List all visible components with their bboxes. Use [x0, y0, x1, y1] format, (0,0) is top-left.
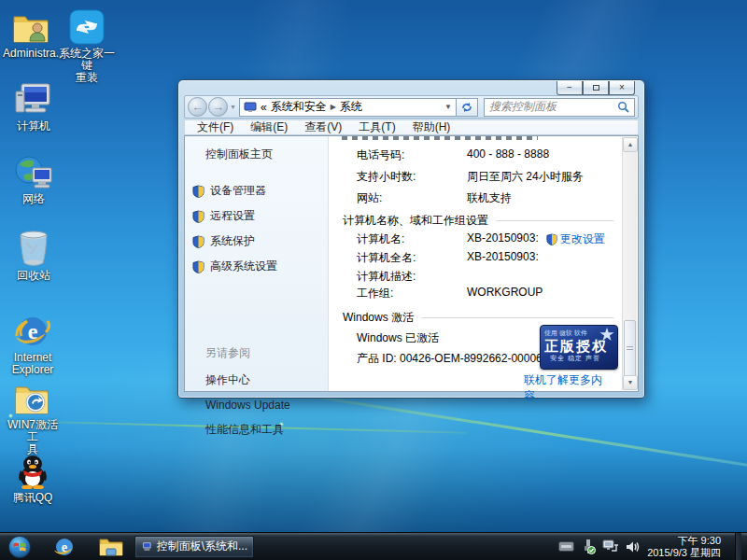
breadcrumb-collapsed[interactable]: «	[261, 101, 267, 114]
online-support-link[interactable]: 联机支持	[467, 190, 512, 206]
desktop-icon-label: 网络	[5, 193, 63, 205]
desktop-icon-syshome[interactable]: 系统之家一键 重装	[58, 7, 116, 84]
network-status-icon[interactable]	[602, 539, 619, 553]
system-control-panel-window: − × ← → ▼ « 系统和安全 ▶ 系统 ▼ 搜索控制	[177, 79, 645, 399]
computer-fullname-label: 计算机全名:	[357, 250, 467, 266]
desktop-icon-win7-tool[interactable]: WIN7激活工 具	[4, 379, 62, 455]
internet-explorer-icon: e	[53, 536, 76, 558]
desktop-icon-label: 腾讯QQ	[4, 492, 62, 504]
genuine-star-icon	[599, 328, 614, 343]
search-placeholder: 搜索控制面板	[489, 99, 617, 115]
desktop-icon-label: WIN7激活工	[4, 419, 62, 443]
genuine-software-badge[interactable]: 使用 微软 软件 正版授权 安全 稳定 声誉	[540, 325, 618, 370]
uac-shield-icon	[192, 235, 204, 248]
computer-fullname-value: XB-20150903:	[467, 250, 539, 266]
menu-edit[interactable]: 编辑(E)	[242, 119, 296, 135]
taskbar-ie-icon[interactable]: e	[49, 534, 80, 560]
breadcrumb-system[interactable]: 系统	[340, 99, 362, 115]
system-tray: 下午 9:30 2015/9/3 星期四	[558, 533, 747, 560]
taskbar-clock[interactable]: 下午 9:30 2015/9/3 星期四	[647, 535, 728, 559]
breadcrumb-system-security[interactable]: 系统和安全	[271, 99, 327, 115]
change-settings-link[interactable]: 更改设置	[546, 231, 605, 247]
learn-more-online-link[interactable]: 联机了解更多内容...	[524, 372, 613, 404]
sidebar-item-device-manager[interactable]: 设备管理器	[192, 183, 328, 199]
menu-view[interactable]: 查看(V)	[296, 119, 350, 135]
phone-label: 电话号码:	[357, 147, 467, 163]
sidebar-item-windows-update[interactable]: Windows Update	[205, 399, 328, 412]
taskbar: e 控制面板\系统和...	[0, 532, 747, 560]
uac-shield-icon	[192, 185, 204, 198]
recycle-bin-icon	[5, 230, 63, 267]
uac-shield-icon	[192, 260, 204, 273]
sidebar-item-action-center[interactable]: 操作中心	[205, 372, 328, 388]
wallpaper-streak	[283, 390, 747, 475]
desktop-icon-internet-explorer[interactable]: e Internet Explorer	[4, 312, 62, 376]
scroll-down-button[interactable]: ▼	[623, 375, 638, 390]
start-button[interactable]	[4, 534, 35, 560]
desktop-icon-qq[interactable]: 腾讯QQ	[4, 452, 62, 504]
sidebar-item-label: 系统保护	[210, 233, 255, 249]
computer-description-row: 计算机描述:	[357, 269, 613, 285]
desktop-icon-administrator[interactable]: Administra...	[3, 7, 61, 60]
location-icon	[244, 102, 257, 113]
sidebar-item-advanced-system-settings[interactable]: 高级系统设置	[192, 259, 328, 274]
show-desktop-button[interactable]	[735, 533, 741, 560]
menu-tools[interactable]: 工具(T)	[350, 119, 403, 135]
recent-pages-dropdown[interactable]: ▼	[230, 104, 236, 110]
qq-penguin-icon	[4, 452, 62, 489]
windows-start-orb-icon	[7, 535, 32, 559]
uac-shield-icon	[192, 210, 204, 223]
desktop-icon-label: 重装	[58, 72, 116, 84]
menu-bar: 文件(F) 编辑(E) 查看(V) 工具(T) 帮助(H)	[184, 119, 639, 135]
product-id: 产品 ID: 00426-OEM-8992662-00006	[357, 351, 543, 367]
desktop-icon-network[interactable]: 网络	[5, 153, 63, 205]
close-button[interactable]: ×	[609, 81, 635, 95]
desktop-icon-label: 回收站	[5, 270, 63, 282]
sidebar-item-label: 远程设置	[210, 208, 255, 224]
scrollbar-grip	[627, 346, 633, 350]
support-hours-label: 支持小时数:	[357, 169, 467, 185]
desktop-icon-label: Administra...	[3, 48, 61, 60]
scrollbar-thumb[interactable]	[624, 320, 636, 378]
section-divider	[496, 220, 613, 221]
syshome-app-icon	[58, 7, 116, 45]
support-hours-row: 支持小时数: 周日至周六 24小时服务	[357, 169, 613, 185]
sidebar-item-control-panel-home[interactable]: 控制面板主页	[205, 147, 328, 162]
workgroup-value: WORKGROUP	[467, 286, 543, 301]
desktop-icon-recycle-bin[interactable]: 回收站	[5, 230, 63, 282]
computer-icon	[141, 539, 152, 554]
desktop-icon-label: Explorer	[4, 364, 62, 376]
search-input[interactable]: 搜索控制面板	[484, 98, 635, 117]
phone-row: 电话号码: 400 - 888 - 8888	[357, 147, 613, 163]
computer-description-label: 计算机描述:	[357, 269, 467, 285]
menu-file[interactable]: 文件(F)	[189, 119, 242, 135]
usb-safely-remove-icon[interactable]	[581, 539, 596, 554]
computer-name-row: 计算机名: XB-20150903: 更改设置	[357, 231, 613, 247]
scroll-up-button[interactable]: ▲	[623, 137, 638, 152]
vertical-scrollbar[interactable]: ▲ ▼	[622, 137, 637, 390]
sidebar-item-label: 设备管理器	[210, 183, 266, 199]
badge-bottom-text: 安全 稳定 声誉	[544, 354, 613, 363]
phone-value: 400 - 888 - 8888	[467, 147, 549, 163]
volume-icon[interactable]	[626, 540, 641, 553]
sidebar-item-system-protection[interactable]: 系统保护	[192, 233, 328, 249]
computer-name-label: 计算机名:	[357, 231, 467, 247]
menu-help[interactable]: 帮助(H)	[404, 119, 459, 135]
forward-button[interactable]: →	[208, 97, 228, 117]
maximize-glyph	[593, 85, 599, 91]
network-globe-icon	[5, 153, 63, 190]
back-button[interactable]: ←	[188, 97, 207, 117]
taskbar-task-control-panel[interactable]: 控制面板\系统和...	[134, 536, 254, 558]
desktop-icon-computer[interactable]: 计算机	[5, 80, 63, 133]
workgroup-row: 工作组: WORKGROUP	[357, 286, 613, 301]
refresh-button[interactable]	[457, 98, 478, 117]
address-dropdown-icon[interactable]: ▼	[444, 103, 452, 111]
sidebar-item-performance-tools[interactable]: 性能信息和工具	[205, 422, 328, 438]
language-bar-icon[interactable]	[558, 541, 574, 552]
taskbar-explorer-icon[interactable]	[95, 534, 127, 560]
see-also-header: 另请参阅	[205, 345, 328, 361]
sidebar-item-remote-settings[interactable]: 远程设置	[192, 208, 328, 224]
maximize-button[interactable]	[583, 81, 609, 95]
minimize-button[interactable]: −	[557, 81, 583, 95]
address-bar[interactable]: « 系统和安全 ▶ 系统 ▼	[239, 98, 457, 117]
